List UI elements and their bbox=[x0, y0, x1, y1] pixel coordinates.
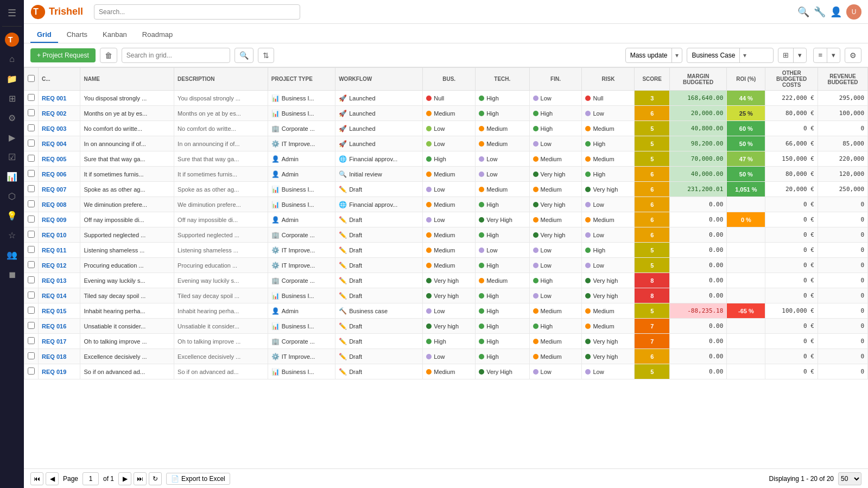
tab-grid[interactable]: Grid bbox=[30, 27, 58, 43]
row-risk: Medium bbox=[582, 212, 635, 227]
tab-charts[interactable]: Charts bbox=[60, 27, 94, 43]
business-case-dropdown[interactable]: Business Case ▾ bbox=[687, 48, 774, 63]
table-row: REQ 008 We diminution prefere... We dimi… bbox=[24, 197, 868, 212]
grid-container[interactable]: C... NAME DESCRIPTION PROJECT TYPE WORKF… bbox=[24, 67, 868, 468]
view-lines-button[interactable]: ≡ bbox=[814, 48, 827, 62]
sidebar-bulb-icon[interactable]: 💡 bbox=[3, 207, 21, 224]
search-grid-input[interactable] bbox=[122, 48, 230, 63]
sidebar-cube-icon[interactable]: ◼ bbox=[3, 265, 21, 283]
tab-kanban[interactable]: Kanban bbox=[96, 27, 134, 43]
first-page-button[interactable]: ⏮ bbox=[30, 472, 43, 485]
view-lines-arrow-button[interactable]: ▾ bbox=[827, 48, 840, 62]
view-list-button[interactable]: ▾ bbox=[794, 48, 806, 62]
row-checkbox[interactable] bbox=[28, 337, 35, 344]
view-table-button[interactable]: ⊞ bbox=[778, 48, 794, 62]
row-workflow: 🚀Launched bbox=[335, 106, 423, 121]
row-checkbox[interactable] bbox=[28, 231, 35, 238]
row-checkbox-cell[interactable] bbox=[24, 273, 39, 288]
row-checkbox-cell[interactable] bbox=[24, 349, 39, 364]
row-checkbox-cell[interactable] bbox=[24, 182, 39, 197]
row-budget: 0 € bbox=[765, 227, 818, 243]
row-checkbox-cell[interactable] bbox=[24, 319, 39, 334]
trishell-logo: T bbox=[4, 32, 20, 47]
sidebar-check-icon[interactable]: ☑ bbox=[3, 148, 21, 166]
refresh-button[interactable]: ↻ bbox=[149, 472, 162, 485]
row-checkbox-cell[interactable] bbox=[24, 121, 39, 136]
row-checkbox[interactable] bbox=[28, 352, 35, 359]
settings-button[interactable]: ⚙ bbox=[845, 48, 861, 63]
row-type: 📊Business I... bbox=[268, 106, 335, 121]
row-checkbox[interactable] bbox=[28, 276, 35, 283]
mass-update-dropdown[interactable]: Mass update ▾ bbox=[625, 48, 683, 63]
search-icon[interactable]: 🔍 bbox=[797, 6, 809, 18]
row-revenue: 0 bbox=[818, 121, 867, 136]
last-page-button[interactable]: ⏭ bbox=[134, 472, 147, 485]
header-checkbox[interactable] bbox=[24, 68, 39, 91]
logo-icon: T bbox=[30, 4, 46, 20]
row-checkbox[interactable] bbox=[28, 155, 35, 162]
row-checkbox[interactable] bbox=[28, 367, 35, 375]
row-checkbox[interactable] bbox=[28, 94, 35, 101]
row-name: Months on ye at by es... bbox=[80, 106, 174, 121]
row-checkbox[interactable] bbox=[28, 261, 35, 268]
row-checkbox-cell[interactable] bbox=[24, 151, 39, 167]
users-icon[interactable]: 👤 bbox=[830, 6, 842, 18]
sidebar-star-icon[interactable]: ☆ bbox=[3, 226, 21, 244]
avatar[interactable]: U bbox=[846, 4, 861, 20]
sidebar-folder-icon[interactable]: 📁 bbox=[3, 70, 21, 87]
row-score: 5 bbox=[635, 243, 670, 258]
per-page-select[interactable]: 50 20 100 bbox=[838, 472, 861, 485]
row-checkbox-cell[interactable] bbox=[24, 334, 39, 349]
table-row: REQ 009 Off nay impossible di... Off nay… bbox=[24, 212, 868, 227]
sidebar-people-icon[interactable]: 👥 bbox=[3, 246, 21, 263]
row-checkbox[interactable] bbox=[28, 216, 35, 223]
add-project-button[interactable]: + Project Request bbox=[30, 48, 96, 62]
sidebar-play-icon[interactable]: ▶ bbox=[3, 129, 21, 146]
sidebar-settings-icon[interactable]: ⚙ bbox=[3, 109, 21, 126]
svg-text:T: T bbox=[8, 35, 13, 44]
row-checkbox-cell[interactable] bbox=[24, 227, 39, 243]
row-checkbox[interactable] bbox=[28, 185, 35, 192]
row-checkbox[interactable] bbox=[28, 322, 35, 329]
search-grid-button[interactable]: 🔍 bbox=[235, 48, 254, 63]
sidebar-home-icon[interactable]: ⌂ bbox=[3, 50, 21, 68]
row-checkbox[interactable] bbox=[28, 124, 35, 131]
row-tech: High bbox=[476, 334, 529, 349]
row-checkbox[interactable] bbox=[28, 140, 35, 147]
sidebar-grid-icon[interactable]: ⊞ bbox=[3, 90, 21, 107]
row-checkbox[interactable] bbox=[28, 170, 35, 177]
sidebar-network-icon[interactable]: ⬡ bbox=[3, 187, 21, 205]
export-button[interactable]: 📄 Export to Excel bbox=[166, 473, 230, 485]
row-checkbox-cell[interactable] bbox=[24, 303, 39, 319]
row-checkbox-cell[interactable] bbox=[24, 106, 39, 121]
row-checkbox-cell[interactable] bbox=[24, 258, 39, 273]
row-checkbox-cell[interactable] bbox=[24, 212, 39, 227]
row-checkbox-cell[interactable] bbox=[24, 288, 39, 303]
row-revenue: 250,000 bbox=[818, 182, 867, 197]
filter-button[interactable]: ⇅ bbox=[258, 48, 274, 63]
row-checkbox-cell[interactable] bbox=[24, 136, 39, 151]
delete-button[interactable]: 🗑 bbox=[100, 48, 117, 63]
wrench-icon[interactable]: 🔧 bbox=[814, 6, 826, 18]
row-checkbox[interactable] bbox=[28, 200, 35, 207]
row-checkbox[interactable] bbox=[28, 109, 35, 116]
tab-roadmap[interactable]: Roadmap bbox=[136, 27, 179, 43]
row-checkbox[interactable] bbox=[28, 307, 35, 314]
topbar-search-input[interactable] bbox=[94, 4, 300, 20]
row-checkbox[interactable] bbox=[28, 246, 35, 253]
row-workflow: 🔍Initial review bbox=[335, 167, 423, 182]
page-number-input[interactable] bbox=[83, 472, 99, 485]
prev-page-button[interactable]: ◀ bbox=[46, 472, 59, 485]
row-risk: Low bbox=[582, 197, 635, 212]
next-page-button[interactable]: ▶ bbox=[118, 472, 131, 485]
row-checkbox-cell[interactable] bbox=[24, 364, 39, 379]
row-checkbox[interactable] bbox=[28, 291, 35, 299]
row-revenue: 0 bbox=[818, 212, 867, 227]
row-checkbox-cell[interactable] bbox=[24, 91, 39, 106]
select-all-checkbox[interactable] bbox=[28, 75, 35, 82]
row-checkbox-cell[interactable] bbox=[24, 197, 39, 212]
sidebar-chart-icon[interactable]: 📊 bbox=[3, 168, 21, 185]
row-checkbox-cell[interactable] bbox=[24, 243, 39, 258]
row-checkbox-cell[interactable] bbox=[24, 167, 39, 182]
sidebar-menu-icon[interactable]: ☰ bbox=[3, 4, 21, 22]
